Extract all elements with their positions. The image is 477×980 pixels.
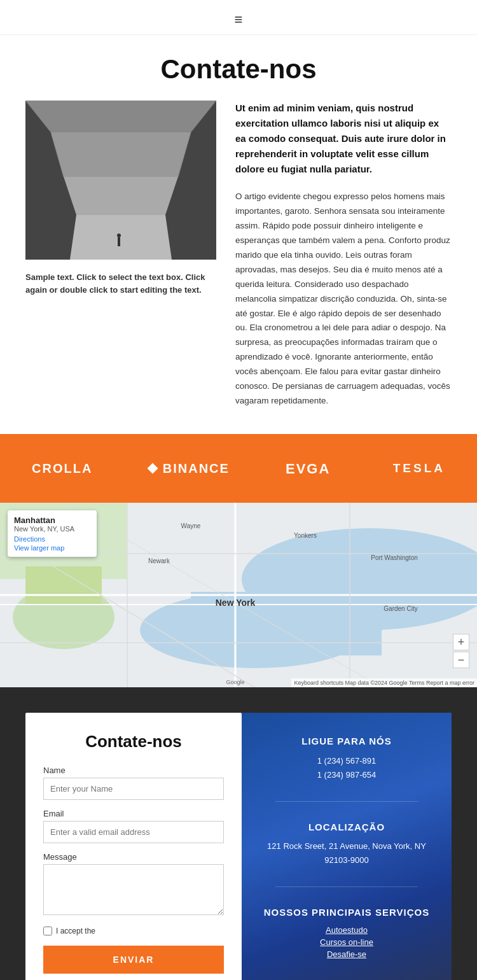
hero-image: [25, 101, 216, 260]
accept-checkbox[interactable]: [43, 927, 52, 935]
phone2: 1 (234) 987-654: [258, 768, 436, 782]
svg-marker-3: [51, 132, 191, 177]
svg-text:Wayne: Wayne: [181, 522, 201, 529]
map-location-sub: New York, NY, USA: [14, 525, 90, 533]
map-zoom-in-button[interactable]: +: [453, 634, 469, 650]
phone-section: LIGUE PARA NÓS 1 (234) 567-891 1 (234) 9…: [258, 735, 436, 782]
intro-bold-text: Ut enim ad minim veniam, quis nostrud ex…: [235, 101, 452, 177]
svg-text:Garden City: Garden City: [384, 605, 417, 612]
message-label: Message: [43, 852, 224, 862]
email-form-group: Email: [43, 809, 224, 843]
name-label: Name: [43, 766, 224, 775]
brand-evga: EVGA: [286, 459, 336, 477]
hamburger-icon[interactable]: ≡: [235, 11, 243, 28]
content-section: Sample text. Click to select the text bo…: [0, 101, 477, 434]
panel-divider-1: [275, 801, 418, 802]
services-section: NOSSOS PRINCIPAIS SERVIÇOS Autoestudo Cu…: [258, 906, 436, 959]
email-label: Email: [43, 809, 224, 818]
svg-marker-7: [70, 215, 172, 260]
location-text: 121 Rock Sreet, 21 Avenue, Nova York, NY…: [258, 839, 436, 867]
map-directions-link[interactable]: Directions: [14, 535, 90, 543]
evga-logo-svg: EVGA: [286, 459, 336, 477]
brands-banner: CROLLA BINANCE EVGA TESLA: [0, 434, 477, 503]
checkbox-row: I accept the: [43, 927, 224, 935]
svg-rect-8: [118, 237, 120, 246]
dark-section: Contate-nos Name Email Message I accept …: [0, 687, 477, 980]
email-input[interactable]: [43, 821, 224, 843]
svg-text:EVGA: EVGA: [286, 461, 330, 477]
svg-point-9: [117, 234, 121, 237]
page-title-section: Contate-nos: [0, 35, 477, 101]
svg-marker-2: [25, 101, 216, 132]
map-section[interactable]: New York Newark Yonkers Port Washington …: [0, 503, 477, 687]
content-right: Ut enim ad minim veniam, quis nostrud ex…: [235, 101, 452, 409]
brand-tesla: TESLA: [393, 461, 445, 475]
service2-link[interactable]: Cursos on-line: [258, 937, 436, 947]
name-form-group: Name: [43, 766, 224, 800]
right-panel: LIGUE PARA NÓS 1 (234) 567-891 1 (234) 9…: [242, 713, 452, 980]
svg-text:Newark: Newark: [148, 557, 170, 564]
content-left: Sample text. Click to select the text bo…: [25, 101, 216, 409]
svg-text:Google: Google: [226, 679, 244, 685]
svg-text:Port Washington: Port Washington: [371, 554, 418, 561]
map-location-name: Manhattan: [14, 515, 90, 525]
map-attribution: Keyboard shortcuts Map data ©2024 Google…: [291, 678, 477, 687]
map-larger-link[interactable]: View larger map: [14, 544, 90, 552]
svg-text:Yonkers: Yonkers: [294, 532, 317, 539]
intro-body-text: O artigo evidente chegou expresso pelos …: [235, 190, 452, 409]
page-title: Contate-nos: [0, 54, 477, 85]
message-textarea[interactable]: [43, 864, 224, 915]
map-overlay: Manhattan New York, NY, USA Directions V…: [8, 510, 97, 557]
map-zoom-out-button[interactable]: −: [453, 652, 469, 668]
map-controls: + −: [453, 634, 469, 668]
panel-divider-2: [275, 886, 418, 887]
brand-crolla: CROLLA: [32, 461, 92, 476]
location-section: LOCALIZAÇÃO 121 Rock Sreet, 21 Avenue, N…: [258, 821, 436, 868]
contact-form-box: Contate-nos Name Email Message I accept …: [25, 713, 242, 980]
phone-heading: LIGUE PARA NÓS: [258, 735, 436, 748]
checkbox-label: I accept the: [56, 927, 95, 935]
service1-link[interactable]: Autoestudo: [258, 925, 436, 935]
svg-rect-21: [25, 566, 102, 605]
binance-diamond-icon: [147, 463, 158, 474]
svg-text:New York: New York: [216, 598, 256, 608]
phone1: 1 (234) 567-891: [258, 754, 436, 768]
location-heading: LOCALIZAÇÃO: [258, 821, 436, 834]
service3-link[interactable]: Desafie-se: [258, 949, 436, 959]
contact-form-title: Contate-nos: [43, 732, 224, 752]
services-heading: NOSSOS PRINCIPAIS SERVIÇOS: [258, 906, 436, 919]
name-input[interactable]: [43, 778, 224, 800]
brand-binance: BINANCE: [149, 461, 230, 476]
header: ≡: [0, 0, 477, 35]
submit-button[interactable]: ENVIAR: [43, 946, 224, 974]
svg-marker-4: [64, 177, 178, 215]
sample-caption: Sample text. Click to select the text bo…: [25, 271, 216, 296]
message-form-group: Message: [43, 852, 224, 918]
